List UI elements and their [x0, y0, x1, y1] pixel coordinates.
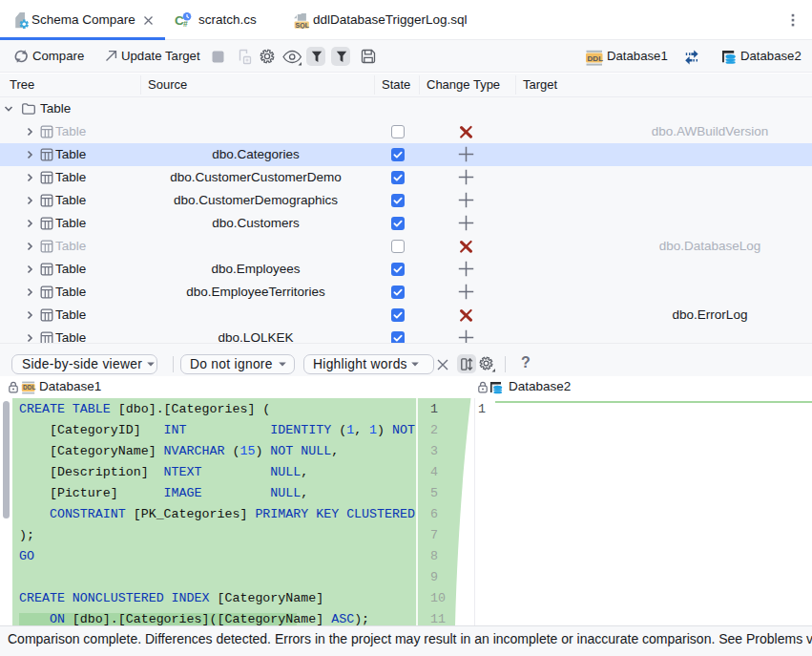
svg-text:SQL: SQL [296, 22, 310, 29]
svg-text:DDL: DDL [588, 54, 604, 63]
svg-text:DDL: DDL [23, 384, 35, 391]
